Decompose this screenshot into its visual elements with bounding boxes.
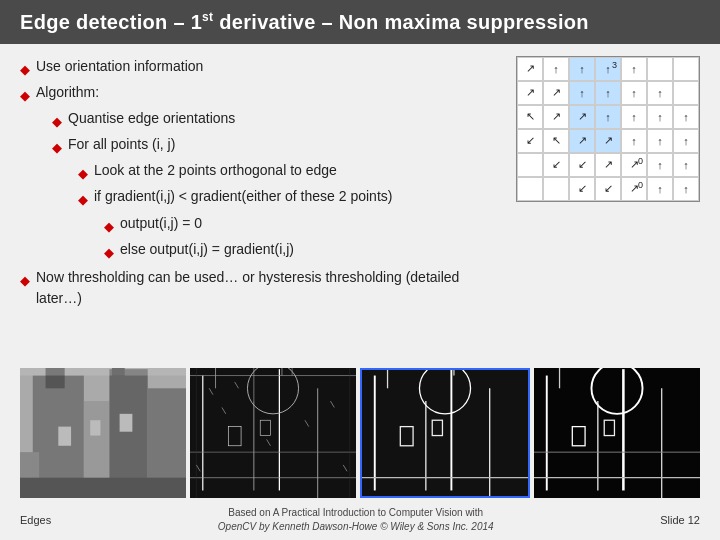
bullet-text: Look at the 2 points orthogonal to edge xyxy=(94,160,337,182)
footer: Edges Based on A Practical Introduction … xyxy=(0,502,720,540)
image-edges-thin xyxy=(190,368,356,498)
grid-cell: ↗ xyxy=(517,81,543,105)
image-edges-dark xyxy=(534,368,700,498)
bullet-text: For all points (i, j) xyxy=(68,134,175,156)
list-item: ◆ if gradient(i,j) < gradient(either of … xyxy=(20,186,490,210)
bullet-icon: ◆ xyxy=(104,243,114,263)
grid-cell: ↑ xyxy=(647,81,673,105)
grid-cell: ↑ xyxy=(647,129,673,153)
title-rest: derivative – Non maxima suppression xyxy=(213,11,588,33)
grid-cell: ↗ xyxy=(569,105,595,129)
grid-cell: ↑ xyxy=(569,57,595,81)
grid-cell xyxy=(673,57,699,81)
bullet-list: ◆ Use orientation information ◆ Algorith… xyxy=(20,56,490,311)
footer-center: Based on A Practical Introduction to Com… xyxy=(218,506,494,534)
grid-cell: ↙ xyxy=(595,177,621,201)
bullet-icon: ◆ xyxy=(78,164,88,184)
grid-cell: ↑ xyxy=(595,105,621,129)
bullet-text: Algorithm: xyxy=(36,82,99,104)
slide: Edge detection – 1st derivative – Non ma… xyxy=(0,0,720,540)
grid-cell xyxy=(517,177,543,201)
grid-cell: ↑ xyxy=(647,177,673,201)
svg-rect-8 xyxy=(120,414,133,432)
arrow-grid: ↗↑↑↑3↑↗↗↑↑↑↑↖↗↗↑↑↑↑↙↖↗↗↑↑↑↙↙↗↗0↑↑↙↙↗0↑↑ xyxy=(516,56,700,202)
grid-cell xyxy=(673,81,699,105)
slide-title: Edge detection – 1st derivative – Non ma… xyxy=(0,0,720,44)
slide-content: ◆ Use orientation information ◆ Algorith… xyxy=(0,44,720,502)
grid-cell: ↗ xyxy=(543,105,569,129)
grid-cell: ↗ xyxy=(595,153,621,177)
svg-rect-6 xyxy=(58,427,71,446)
grid-cell: ↑ xyxy=(647,153,673,177)
grid-cell: ↑ xyxy=(621,105,647,129)
bullet-icon: ◆ xyxy=(78,190,88,210)
bullet-icon: ◆ xyxy=(104,217,114,237)
grid-cell: ↑ xyxy=(569,81,595,105)
grid-cell: ↗0 xyxy=(621,177,647,201)
grid-cell: ↑ xyxy=(673,177,699,201)
bullet-text: Use orientation information xyxy=(36,56,203,78)
left-column: ◆ Use orientation information ◆ Algorith… xyxy=(20,56,490,360)
bullet-icon: ◆ xyxy=(52,138,62,158)
grid-cell xyxy=(647,57,673,81)
footer-left: Edges xyxy=(20,514,51,526)
images-row xyxy=(20,368,700,498)
grid-cell xyxy=(543,177,569,201)
image-edges-highlighted xyxy=(360,368,530,498)
bullet-icon: ◆ xyxy=(20,86,30,106)
image-original xyxy=(20,368,186,498)
svg-rect-7 xyxy=(90,420,100,435)
list-item: ◆ For all points (i, j) xyxy=(20,134,490,158)
grid-cell: ↑ xyxy=(673,153,699,177)
grid-cell: ↑ xyxy=(543,57,569,81)
grid-cell: ↑ xyxy=(621,81,647,105)
list-item: ◆ Algorithm: xyxy=(20,82,490,106)
grid-cell: ↙ xyxy=(569,153,595,177)
grid-cell: ↗0 xyxy=(621,153,647,177)
right-column: ↗↑↑↑3↑↗↗↑↑↑↑↖↗↗↑↑↑↑↙↖↗↗↑↑↑↙↙↗↗0↑↑↙↙↗0↑↑ xyxy=(500,56,700,360)
grid-cell: ↙ xyxy=(543,153,569,177)
grid-cell: ↑ xyxy=(673,105,699,129)
bullet-icon: ◆ xyxy=(52,112,62,132)
list-item: ◆ Quantise edge orientations xyxy=(20,108,490,132)
svg-rect-12 xyxy=(20,368,186,376)
svg-rect-2 xyxy=(84,401,110,490)
grid-cell: ↗ xyxy=(517,57,543,81)
footer-center-line2: OpenCV by Kenneth Dawson-Howe © Wiley & … xyxy=(218,521,494,532)
grid-cell: ↑ xyxy=(595,81,621,105)
grid-cell: ↑ xyxy=(647,105,673,129)
bullet-icon: ◆ xyxy=(20,271,30,291)
grid-cell: ↗ xyxy=(595,129,621,153)
grid-cell: ↙ xyxy=(517,129,543,153)
bullet-text: Quantise edge orientations xyxy=(68,108,235,130)
bullet-text: output(i,j) = 0 xyxy=(120,213,202,235)
grid-cell: ↑ xyxy=(621,57,647,81)
grid-cell: ↗ xyxy=(569,129,595,153)
bullet-icon: ◆ xyxy=(20,60,30,80)
grid-cell: ↙ xyxy=(569,177,595,201)
bullet-text: Now thresholding can be used… or hystere… xyxy=(36,267,490,310)
grid-cell: ↖ xyxy=(517,105,543,129)
grid-cell xyxy=(517,153,543,177)
title-text: Edge detection – 1 xyxy=(20,11,202,33)
list-item: ◆ Look at the 2 points orthogonal to edg… xyxy=(20,160,490,184)
grid-cell: ↑3 xyxy=(595,57,621,81)
grid-cell: ↖ xyxy=(543,129,569,153)
title-superscript: st xyxy=(202,10,213,24)
list-item: ◆ Use orientation information xyxy=(20,56,490,80)
list-item: ◆ output(i,j) = 0 xyxy=(20,213,490,237)
svg-rect-11 xyxy=(20,478,186,498)
footer-center-line1: Based on A Practical Introduction to Com… xyxy=(228,507,483,518)
grid-cell: ↗ xyxy=(543,81,569,105)
grid-cell: ↑ xyxy=(621,129,647,153)
bullet-text: else output(i,j) = gradient(i,j) xyxy=(120,239,294,261)
list-item: ◆ else output(i,j) = gradient(i,j) xyxy=(20,239,490,263)
svg-rect-13 xyxy=(190,368,356,498)
grid-cell: ↑ xyxy=(673,129,699,153)
bullet-text: if gradient(i,j) < gradient(either of th… xyxy=(94,186,392,208)
footer-right: Slide 12 xyxy=(660,514,700,526)
main-content-row: ◆ Use orientation information ◆ Algorith… xyxy=(20,56,700,360)
list-item: ◆ Now thresholding can be used… or hyste… xyxy=(20,267,490,310)
